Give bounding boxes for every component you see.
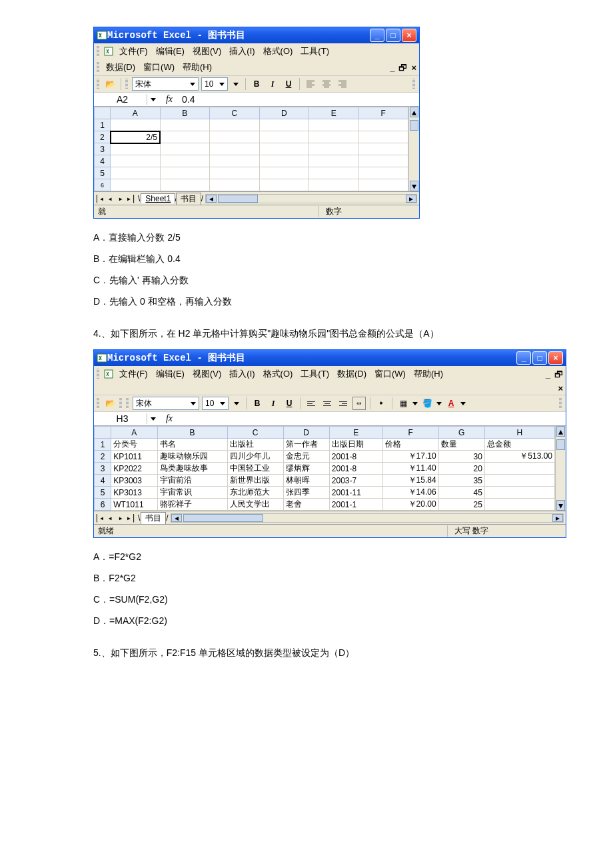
col-header[interactable]: G xyxy=(438,427,484,439)
close-button[interactable]: × xyxy=(548,351,563,365)
vertical-scrollbar[interactable]: ▴ ▾ xyxy=(555,426,566,511)
name-box[interactable]: A2 xyxy=(94,94,147,105)
align-right-button[interactable] xyxy=(336,77,349,91)
menu-tools[interactable]: 工具(T) xyxy=(298,367,332,381)
table-row[interactable]: 6WT1011骆驼祥子人民文学出老舍2001-1￥20.0025 xyxy=(95,499,555,511)
font-size-combo[interactable]: 10 xyxy=(202,397,229,410)
cell[interactable]: 2001-8 xyxy=(329,463,382,475)
cell[interactable]: ￥14.06 xyxy=(382,487,438,499)
cell[interactable] xyxy=(309,167,359,179)
col-header[interactable]: C xyxy=(210,107,260,119)
menu-data[interactable]: 数据(D) xyxy=(103,61,138,74)
scroll-thumb[interactable] xyxy=(556,439,565,450)
vertical-scrollbar[interactable]: ▴ ▾ xyxy=(408,107,419,191)
title-bar[interactable]: Microsoft Excel - 图书书目 _ □ × xyxy=(94,27,419,43)
col-header[interactable]: F xyxy=(358,107,408,119)
menu-help[interactable]: 帮助(H) xyxy=(411,367,446,381)
tab-nav-prev-icon[interactable]: ◂ xyxy=(105,513,115,523)
toolbar-grip-icon[interactable] xyxy=(97,79,99,89)
dropdown-arrow-icon[interactable] xyxy=(436,402,442,405)
tab-nav-first-icon[interactable]: |◂ xyxy=(94,513,105,523)
cell[interactable]: 2001-1 xyxy=(329,499,382,511)
scroll-left-arrow-icon[interactable]: ◂ xyxy=(171,514,182,522)
align-center-button[interactable] xyxy=(320,397,334,410)
minimize-button[interactable]: _ xyxy=(516,351,531,365)
cell[interactable]: 2003-7 xyxy=(329,475,382,487)
cell[interactable]: 骆驼祥子 xyxy=(157,499,227,511)
col-header[interactable]: A xyxy=(111,107,161,119)
cell[interactable] xyxy=(259,131,309,143)
scroll-thumb[interactable] xyxy=(218,195,258,203)
cell[interactable] xyxy=(160,119,210,131)
cell[interactable] xyxy=(111,119,161,131)
menu-file[interactable]: 文件(F) xyxy=(117,367,151,381)
cell[interactable] xyxy=(210,155,260,167)
spreadsheet-grid[interactable]: A B C D E F 1 22/5 3 4 5 6 xyxy=(94,107,408,191)
menu-tools[interactable]: 工具(T) xyxy=(298,45,332,58)
cell[interactable] xyxy=(309,143,359,155)
cell[interactable]: KP3013 xyxy=(111,487,157,499)
cell[interactable] xyxy=(111,167,161,179)
col-header[interactable]: B xyxy=(160,107,210,119)
align-left-button[interactable] xyxy=(305,397,318,410)
cell[interactable]: 价格 xyxy=(382,439,438,451)
cell[interactable]: 出版日期 xyxy=(329,439,382,451)
name-box-dropdown[interactable] xyxy=(147,98,159,101)
maximize-button[interactable]: □ xyxy=(532,351,547,365)
name-box-dropdown[interactable] xyxy=(147,417,159,421)
cell[interactable] xyxy=(309,131,359,143)
cell[interactable]: 东北师范大 xyxy=(227,487,283,499)
col-header[interactable]: D xyxy=(283,427,329,439)
cell[interactable] xyxy=(210,167,260,179)
cell[interactable]: 25 xyxy=(438,499,484,511)
cell[interactable]: 四川少年儿 xyxy=(227,451,283,463)
menu-format[interactable]: 格式(O) xyxy=(261,367,296,381)
cell[interactable] xyxy=(160,155,210,167)
menu-insert[interactable]: 插入(I) xyxy=(227,367,257,381)
maximize-button[interactable]: □ xyxy=(386,29,400,42)
toolbar-grip-icon[interactable] xyxy=(97,398,99,409)
cell[interactable] xyxy=(160,131,210,143)
toolbar-grip-icon[interactable] xyxy=(125,79,128,89)
cell[interactable]: KP1011 xyxy=(111,451,157,463)
cell[interactable]: 分类号 xyxy=(111,439,157,451)
cell[interactable]: 鸟类趣味故事 xyxy=(157,463,227,475)
cell[interactable]: 张四季 xyxy=(283,487,329,499)
cell[interactable]: 数量 xyxy=(438,439,484,451)
underline-button[interactable]: U xyxy=(283,397,296,410)
row-header[interactable]: 5 xyxy=(95,167,111,179)
font-color-button[interactable]: A xyxy=(444,397,458,410)
align-center-button[interactable] xyxy=(320,77,333,91)
dropdown-arrow-icon[interactable] xyxy=(412,402,418,405)
align-right-button[interactable] xyxy=(336,397,350,410)
cell[interactable] xyxy=(484,499,554,511)
cell[interactable] xyxy=(358,131,408,143)
menu-window[interactable]: 窗口(W) xyxy=(372,367,408,381)
cell[interactable] xyxy=(358,167,408,179)
scroll-thumb[interactable] xyxy=(183,514,263,522)
font-name-combo[interactable]: 宋体 xyxy=(133,397,199,410)
cell[interactable] xyxy=(358,179,408,191)
toolbar-overflow-icon[interactable] xyxy=(412,79,415,89)
row-header[interactable]: 1 xyxy=(95,439,111,451)
cell[interactable]: ￥11.40 xyxy=(382,463,438,475)
scroll-down-arrow-icon[interactable]: ▾ xyxy=(556,500,565,511)
dropdown-arrow-icon[interactable] xyxy=(233,83,239,86)
bold-button[interactable]: B xyxy=(251,397,264,410)
cell[interactable] xyxy=(160,179,210,191)
horizontal-scrollbar[interactable]: ◂ ▸ xyxy=(171,513,564,523)
cell[interactable] xyxy=(210,131,260,143)
scroll-left-arrow-icon[interactable]: ◂ xyxy=(206,195,217,203)
menu-edit[interactable]: 编辑(E) xyxy=(153,367,187,381)
cell[interactable] xyxy=(210,143,260,155)
menu-file[interactable]: 文件(F) xyxy=(117,45,151,58)
cell[interactable] xyxy=(358,155,408,167)
menu-data[interactable]: 数据(D) xyxy=(334,367,369,381)
scroll-up-arrow-icon[interactable]: ▴ xyxy=(556,426,565,437)
toolbar-grip-icon[interactable] xyxy=(97,369,99,379)
cell[interactable]: 林朝晖 xyxy=(283,475,329,487)
cell[interactable]: ￥15.84 xyxy=(382,475,438,487)
cell[interactable] xyxy=(210,119,260,131)
tab-nav-prev-icon[interactable]: ◂ xyxy=(105,194,115,203)
doc-minimize-icon[interactable]: _ xyxy=(390,63,394,73)
